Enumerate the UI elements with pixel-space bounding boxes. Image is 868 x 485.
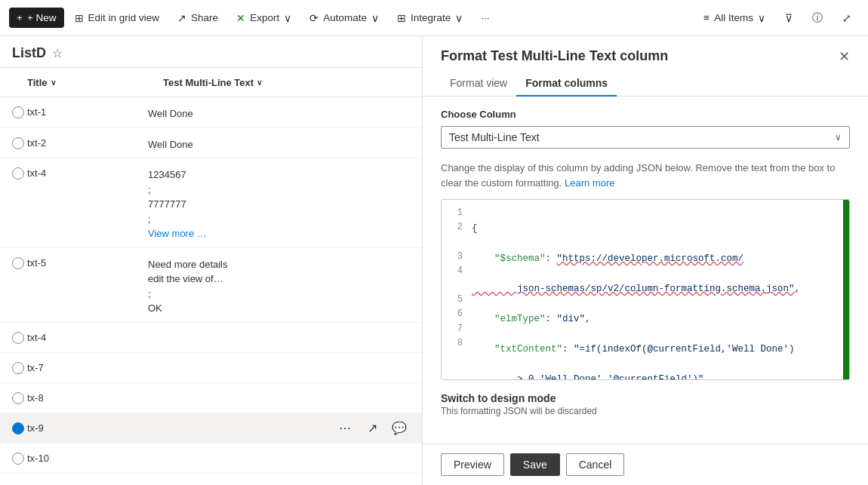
main-layout: ListD ☆ Title ∨ Test Multi-Line Text ∨ t… [0,36,868,485]
export-icon: ✕ [236,12,245,24]
learn-more-link[interactable]: Learn more [565,177,614,189]
row-title: tx-9 [27,419,148,434]
toolbar: + + New ⊞ Edit in grid view ↗ Share ✕ Ex… [0,0,868,36]
row-title: tx-7 [27,359,148,373]
list-item[interactable]: tx-7 [0,353,422,383]
row-comment-button[interactable]: 💬 [389,417,410,438]
share-label: Share [191,12,218,23]
column-headers: Title ∨ Test Multi-Line Text ∨ [0,67,422,97]
info-button[interactable]: ⓘ [805,7,830,29]
export-chevron-icon: ∨ [284,12,291,24]
col-title-label: Title [27,77,48,88]
design-switch: Switch to design mode This formatting JS… [441,392,850,416]
integrate-label: Integrate [411,12,451,23]
view-icon: ≡ [703,12,709,23]
col-multitext-label: Test Multi-Line Text [163,77,254,88]
panel-close-button[interactable]: ✕ [836,48,853,65]
row-check [12,134,27,149]
list-item[interactable]: tx-9 ⋯ ↗ 💬 [0,413,422,444]
row-check [12,359,27,374]
row-check[interactable] [12,419,27,434]
tab-format-view[interactable]: Format view [441,71,516,97]
row-value [148,389,410,392]
row-value [148,359,410,362]
preview-button[interactable]: Preview [441,453,504,476]
row-check [12,254,27,269]
share-button[interactable]: ↗ Share [170,8,226,29]
row-share-button[interactable]: ↗ [362,417,383,438]
integrate-icon: ⊞ [397,12,406,24]
export-button[interactable]: ✕ Export ∨ [229,8,299,29]
row-check [12,389,27,404]
edit-grid-button[interactable]: ⊞ Edit in grid view [67,8,168,29]
row-value: Well Done [148,134,410,152]
column-header-title[interactable]: Title ∨ [27,77,163,88]
cancel-button[interactable]: Cancel [566,453,625,476]
row-title: tx-8 [27,389,148,404]
column-header-multitext[interactable]: Test Multi-Line Text ∨ [163,77,410,88]
row-value [148,450,410,453]
editor-scrollbar[interactable] [843,200,849,380]
row-check [12,450,27,465]
list-title: ListD [12,45,46,61]
switch-note: This formatting JSON will be discarded [441,406,850,416]
row-title: txt-1 [27,103,148,118]
dropdown-chevron-icon: ∨ [835,132,842,143]
view-more-link[interactable]: View more … [148,228,207,239]
filter-icon: ⊽ [785,12,793,24]
integrate-chevron-icon: ∨ [455,12,463,24]
list-item[interactable]: tx-8 [0,383,422,413]
tab-format-columns[interactable]: Format columns [516,71,617,97]
dropdown-value: Test Multi-Line Text [449,131,835,143]
new-label: + New [27,12,57,23]
panel-footer: Preview Save Cancel [423,444,868,485]
col-multitext-sort-icon: ∨ [257,78,262,87]
more-button[interactable]: ··· [473,8,497,28]
column-dropdown[interactable]: Test Multi-Line Text ∨ [441,126,850,149]
row-title: txt-4 [27,329,148,343]
line-numbers: 1 2 3 4 5 6 7 8 [442,200,469,380]
all-items-button[interactable]: ≡ All Items ∨ [696,8,773,29]
grid-icon: ⊞ [75,12,84,24]
row-value: Need more detailsedit the view of…;OK [148,254,410,316]
filter-button[interactable]: ⊽ [777,8,800,29]
star-icon[interactable]: ☆ [52,46,63,60]
list-item[interactable]: txt-4 [0,323,422,353]
panel-tabs: Format view Format columns [423,65,868,97]
automate-icon: ⟳ [309,12,319,24]
info-icon: ⓘ [812,11,823,25]
plus-icon: + [17,12,23,23]
panel-body: Choose Column Test Multi-Line Text ∨ Cha… [423,97,868,444]
automate-button[interactable]: ⟳ Automate ∨ [302,8,386,29]
switch-to-design-label: Switch to design mode [441,392,850,404]
row-title: txt-5 [27,254,148,269]
row-value [148,329,410,332]
integrate-button[interactable]: ⊞ Integrate ∨ [389,8,470,29]
row-check [12,329,27,344]
more-label: ··· [481,12,489,23]
list-item[interactable]: txt-1 Well Done [0,97,422,128]
row-title: txt-4 [27,164,148,179]
list-panel: ListD ☆ Title ∨ Test Multi-Line Text ∨ t… [0,36,423,485]
automate-chevron-icon: ∨ [371,12,379,24]
description-text: Change the display of this column by add… [441,161,850,190]
panel-title: Format Test Multi-Line Text column [441,48,836,64]
code-editor[interactable]: 1 2 3 4 5 6 7 8 { "$schema": "https://de… [441,199,850,380]
side-panel: Format Test Multi-Line Text column ✕ For… [423,36,868,485]
list-item[interactable]: txt-4 1234567;7777777; View more … [0,158,422,248]
edit-grid-label: Edit in grid view [88,12,160,23]
row-more-button[interactable]: ⋯ [334,417,356,438]
list-item[interactable]: tx-10 [0,444,422,474]
list-header: ListD ☆ [0,36,422,67]
panel-header: Format Test Multi-Line Text column ✕ [423,36,868,65]
row-value: 1234567;7777777; View more … [148,164,410,241]
expand-button[interactable]: ⤢ [835,8,859,29]
all-items-chevron-icon: ∨ [758,12,765,24]
list-item[interactable]: txt-5 Need more detailsedit the view of…… [0,248,422,323]
row-title: txt-2 [27,134,148,149]
row-title: tx-10 [27,450,148,464]
save-button[interactable]: Save [510,453,560,476]
list-item[interactable]: txt-2 Well Done [0,128,422,159]
all-items-label: All Items [714,12,753,23]
new-button[interactable]: + + New [9,8,64,28]
